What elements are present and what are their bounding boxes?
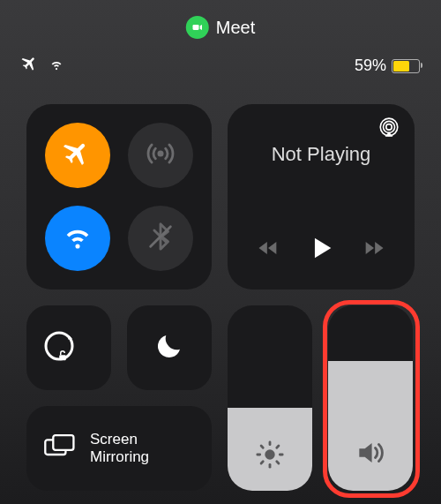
recording-app-label: Meet	[216, 18, 255, 38]
screen-mirroring-label: Screen Mirroring	[90, 431, 169, 465]
screen-mirroring-icon	[44, 433, 76, 463]
svg-line-17	[261, 462, 263, 463]
wifi-icon	[63, 222, 93, 255]
svg-point-4	[384, 121, 395, 132]
airplay-icon[interactable]	[377, 117, 400, 143]
wifi-status-icon	[48, 56, 65, 76]
media-panel[interactable]: Not Playing	[228, 104, 415, 290]
bluetooth-off-icon	[146, 222, 176, 255]
svg-point-10	[265, 449, 274, 459]
svg-point-1	[159, 152, 162, 155]
rewind-button[interactable]	[256, 236, 280, 264]
svg-line-16	[277, 462, 279, 463]
svg-rect-0	[193, 25, 199, 30]
cellular-data-toggle[interactable]	[128, 123, 193, 188]
svg-rect-9	[53, 435, 73, 450]
control-center: Meet 59%	[0, 0, 441, 504]
airplane-mode-toggle[interactable]	[45, 123, 110, 188]
do-not-disturb-toggle[interactable]	[127, 305, 212, 390]
moon-icon	[153, 330, 185, 365]
airplane-status-icon	[21, 55, 39, 77]
brightness-icon	[255, 440, 285, 473]
brightness-slider[interactable]	[228, 305, 312, 491]
speaker-icon	[354, 436, 387, 473]
airplane-icon	[63, 139, 93, 172]
bluetooth-toggle[interactable]	[128, 206, 193, 271]
svg-point-3	[386, 124, 392, 131]
svg-line-15	[261, 446, 263, 448]
rotation-lock-icon	[41, 328, 96, 367]
status-bar: 59%	[21, 55, 420, 77]
battery-icon	[392, 59, 420, 73]
play-button[interactable]	[306, 233, 336, 267]
wifi-toggle[interactable]	[45, 206, 110, 271]
volume-slider[interactable]	[328, 305, 413, 491]
recording-pill[interactable]: Meet	[186, 16, 255, 39]
battery-percent-label: 59%	[355, 56, 386, 75]
screen-mirroring-button[interactable]: Screen Mirroring	[26, 406, 212, 491]
cellular-antenna-icon	[146, 139, 176, 172]
rotation-lock-toggle[interactable]	[26, 305, 111, 390]
camera-active-icon	[186, 16, 209, 39]
svg-line-18	[277, 446, 279, 448]
svg-rect-7	[59, 355, 66, 360]
now-playing-title: Not Playing	[243, 143, 399, 166]
forward-button[interactable]	[362, 236, 386, 264]
connectivity-panel	[26, 104, 212, 290]
